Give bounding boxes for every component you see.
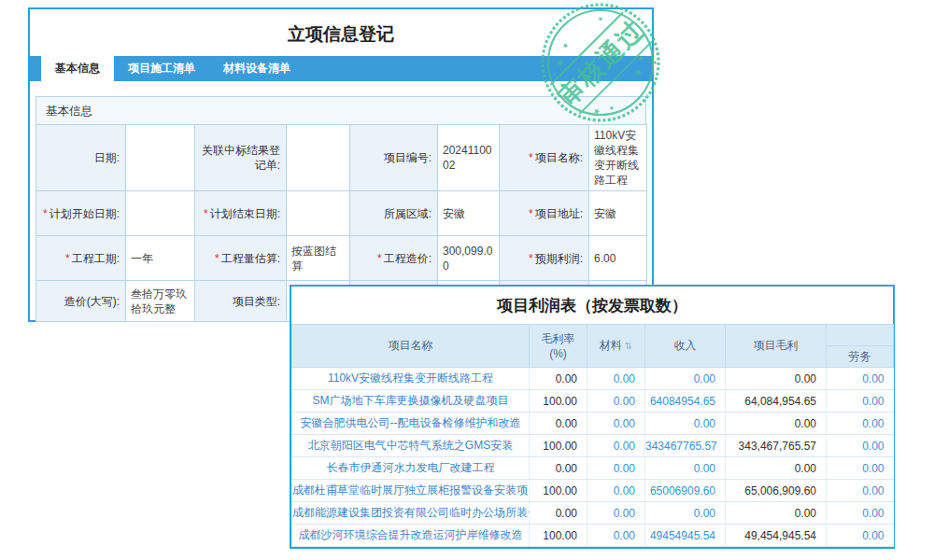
region-field[interactable]: 安徽	[438, 191, 500, 236]
table-header-row: 项目名称 毛利率(%) 材料⇅ 收入 项目毛利	[292, 325, 894, 346]
income-cell[interactable]: 0.00	[645, 502, 726, 525]
project-name-link[interactable]: 110kV安徽线程集变开断线路工程	[292, 368, 530, 390]
income-cell[interactable]: 0.00	[645, 368, 726, 390]
profit-table-title: 项目利润表（按发票取数）	[291, 287, 893, 324]
material-cell[interactable]: 0.00	[587, 413, 645, 435]
income-cell[interactable]: 65006909.60	[645, 480, 726, 502]
material-cell[interactable]: 0.00	[587, 457, 645, 480]
gross-cell: 343,467,765.57	[726, 435, 827, 457]
margin-cell: 100.00	[530, 390, 587, 413]
col-material: 材料⇅	[587, 325, 645, 368]
plan-end-date-label: *计划结束日期:	[195, 191, 287, 236]
project-name-link[interactable]: 成都杜甫草堂临时展厅独立展柜报警设备安装项目	[292, 480, 530, 502]
material-cell[interactable]: 0.00	[587, 368, 645, 390]
gross-cell: 64,084,954.65	[726, 390, 827, 413]
col-gross-margin: 毛利率(%)	[530, 325, 587, 368]
margin-cell: 100.00	[530, 525, 587, 547]
expected-profit-field[interactable]: 6.00	[589, 236, 647, 281]
material-cell[interactable]: 0.00	[587, 480, 645, 502]
quantity-estimate-field[interactable]: 按蓝图结算	[287, 236, 350, 281]
income-cell[interactable]: 0.00	[645, 413, 726, 435]
col-project-gross: 项目毛利	[726, 325, 827, 368]
gross-cell: 65,006,909.60	[726, 480, 827, 502]
project-name-field[interactable]: 110kV安徽线程集变开断线路工程	[589, 125, 647, 191]
material-cell[interactable]: 0.00	[587, 502, 645, 525]
table-row: 110kV安徽线程集变开断线路工程 0.00 0.00 0.00 0.00 0.…	[292, 368, 894, 390]
form-row: 日期: 关联中标结果登记单: 项目编号: 2024110002 *项目名称: 1…	[36, 125, 647, 191]
table-row: 成都能源建设集团投资有限公司临时办公场所装修改 0.00 0.00 0.00 0…	[292, 502, 894, 525]
income-cell[interactable]: 49454945.54	[645, 525, 726, 547]
duration-field[interactable]: 一年	[126, 236, 195, 281]
table-row: 成都杜甫草堂临时展厅独立展柜报警设备安装项目 100.00 0.00 65006…	[292, 480, 894, 502]
gross-cell: 0.00	[726, 457, 827, 480]
profit-table: 项目名称 毛利率(%) 材料⇅ 收入 项目毛利 劳务 110kV安徽线程集变开断…	[291, 324, 894, 547]
table-row: 成都沙河环境综合提升改造运河护岸维修改造 100.00 0.00 4945494…	[292, 525, 894, 547]
material-cell[interactable]: 0.00	[587, 435, 645, 457]
plan-start-date-label: *计划开始日期:	[36, 191, 126, 236]
project-registration-panel: 立项信息登记 基本信息 项目施工清单 材料设备清单 基本信息 日期: 关联中标结…	[28, 7, 654, 322]
labor-cell[interactable]: 0.00	[827, 502, 894, 525]
income-cell[interactable]: 343467765.57	[645, 435, 726, 457]
section-header-basic-info: 基本信息	[35, 96, 646, 124]
sort-icon[interactable]: ⇅	[625, 341, 632, 351]
tab-material-equipment-list[interactable]: 材料设备清单	[209, 56, 304, 81]
related-bid-result-label: 关联中标结果登记单:	[195, 125, 287, 191]
expected-profit-label: *预期利润:	[500, 236, 589, 281]
col-income: 收入	[645, 325, 726, 368]
labor-cell[interactable]: 0.00	[827, 457, 894, 480]
project-type-label: 项目类型:	[195, 281, 287, 322]
table-row: 长春市伊通河水力发电厂改建工程 0.00 0.00 0.00 0.00 0.00	[292, 457, 894, 480]
table-row: 安徽合肥供电公司--配电设备检修维护和改造 0.00 0.00 0.00 0.0…	[292, 413, 894, 435]
cost-in-words-field[interactable]: 叁拾万零玖拾玖元整	[126, 281, 195, 322]
project-number-label: 项目编号:	[350, 125, 438, 191]
margin-cell: 0.00	[530, 413, 587, 435]
project-name-link[interactable]: SM广场地下车库更换摄像机及硬盘项目	[292, 390, 530, 413]
col-group-blank	[827, 325, 894, 346]
project-name-link[interactable]: 长春市伊通河水力发电厂改建工程	[292, 457, 530, 480]
related-bid-result-field[interactable]	[287, 125, 350, 191]
date-label: 日期:	[36, 125, 126, 191]
labor-cell[interactable]: 0.00	[827, 368, 894, 390]
margin-cell: 100.00	[530, 480, 587, 502]
material-cell[interactable]: 0.00	[587, 390, 645, 413]
project-name-label: *项目名称:	[500, 125, 589, 191]
material-cell[interactable]: 0.00	[587, 525, 645, 547]
income-cell[interactable]: 0.00	[645, 457, 726, 480]
page-title: 立项信息登记	[30, 9, 652, 56]
table-row: 北京朝阳区电气中芯特气系统之GMS安装 100.00 0.00 34346776…	[292, 435, 894, 457]
labor-cell[interactable]: 0.00	[827, 525, 894, 547]
labor-cell[interactable]: 0.00	[827, 390, 894, 413]
project-address-field[interactable]: 安徽	[589, 191, 647, 236]
col-labor: 劳务	[827, 346, 894, 368]
project-name-link[interactable]: 成都能源建设集团投资有限公司临时办公场所装修改	[292, 502, 530, 525]
form-row: *计划开始日期: *计划结束日期: 所属区域: 安徽 *项目地址: 安徽	[36, 191, 647, 236]
form-row: *工程工期: 一年 *工程量估算: 按蓝图结算 *工程造价: 300,099.0…	[36, 236, 647, 281]
cost-in-words-label: 造价(大写):	[36, 281, 126, 322]
project-name-link[interactable]: 北京朝阳区电气中芯特气系统之GMS安装	[292, 435, 530, 457]
gross-cell: 0.00	[726, 368, 827, 390]
page: 立项信息登记 基本信息 项目施工清单 材料设备清单 基本信息 日期: 关联中标结…	[0, 0, 934, 560]
project-cost-field[interactable]: 300,099.00	[438, 236, 500, 281]
tab-construction-list[interactable]: 项目施工清单	[114, 56, 209, 81]
income-cell[interactable]: 64084954.65	[645, 390, 726, 413]
labor-cell[interactable]: 0.00	[827, 480, 894, 502]
labor-cell[interactable]: 0.00	[827, 435, 894, 457]
project-number-field[interactable]: 2024110002	[438, 125, 500, 191]
duration-label: *工程工期:	[36, 236, 126, 281]
tab-bar: 基本信息 项目施工清单 材料设备清单	[30, 56, 652, 81]
tab-basic-info[interactable]: 基本信息	[41, 56, 114, 81]
project-name-link[interactable]: 安徽合肥供电公司--配电设备检修维护和改造	[292, 413, 530, 435]
project-name-link[interactable]: 成都沙河环境综合提升改造运河护岸维修改造	[292, 525, 530, 547]
project-cost-label: *工程造价:	[350, 236, 438, 281]
date-field[interactable]	[126, 125, 195, 191]
labor-cell[interactable]: 0.00	[827, 413, 894, 435]
gross-cell: 0.00	[726, 413, 827, 435]
gross-cell: 0.00	[726, 502, 827, 525]
region-label: 所属区域:	[350, 191, 438, 236]
plan-start-date-field[interactable]	[126, 191, 195, 236]
plan-end-date-field[interactable]	[287, 191, 350, 236]
margin-cell: 0.00	[530, 457, 587, 480]
margin-cell: 0.00	[530, 368, 587, 390]
gross-cell: 49,454,945.54	[726, 525, 827, 547]
margin-cell: 0.00	[530, 502, 587, 525]
